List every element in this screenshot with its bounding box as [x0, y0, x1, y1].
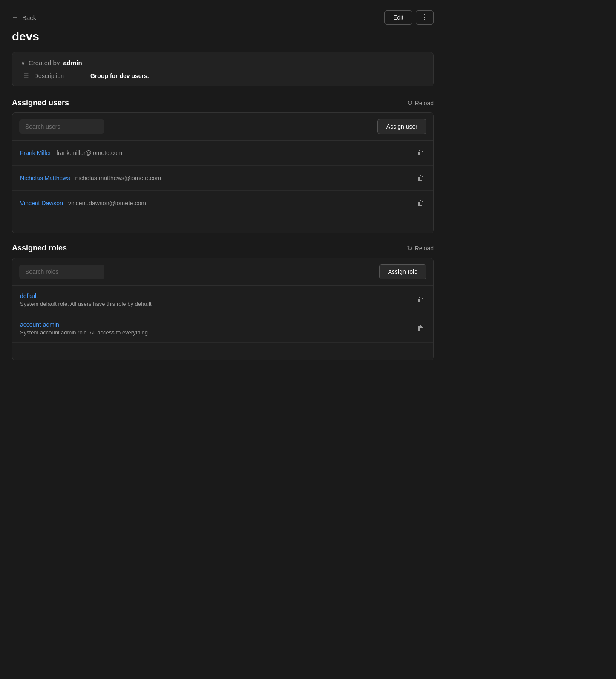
assigned-roles-title: Assigned roles — [12, 244, 67, 253]
chevron-down-icon: ∨ — [21, 60, 25, 66]
table-row: Nicholas Matthews nicholas.matthews@iome… — [12, 166, 433, 191]
role-description: System default role. All users have this… — [20, 301, 152, 307]
description-value: Group for dev users. — [90, 72, 149, 79]
header-actions: Edit ⋮ — [384, 10, 434, 25]
search-users-input[interactable] — [19, 119, 104, 134]
assigned-users-section: Assigned users ↻ Reload Assign user Fran… — [12, 98, 434, 233]
assign-user-button[interactable]: Assign user — [377, 119, 426, 134]
reload-icon: ↻ — [407, 99, 412, 107]
role-info: default System default role. All users h… — [20, 293, 152, 307]
description-icon: ☰ — [23, 72, 29, 79]
roles-reload-button[interactable]: ↻ Reload — [407, 244, 434, 252]
assigned-roles-section: Assigned roles ↻ Reload Assign role defa… — [12, 244, 434, 360]
back-arrow-icon: ← — [12, 14, 19, 21]
users-search-row: Assign user — [12, 113, 433, 141]
role-description: System account admin role. All access to… — [20, 329, 149, 336]
delete-user-button[interactable]: 🗑 — [415, 198, 426, 209]
info-card: ∨ Created by admin ☰ Description Group f… — [12, 52, 434, 86]
roles-card: Assign role default System default role.… — [12, 258, 434, 360]
users-reload-button[interactable]: ↻ Reload — [407, 99, 434, 107]
page-title: devs — [12, 30, 434, 43]
roles-search-row: Assign role — [12, 258, 433, 286]
delete-role-button[interactable]: 🗑 — [415, 323, 426, 334]
user-info: Nicholas Matthews nicholas.matthews@iome… — [20, 175, 161, 181]
assigned-users-header: Assigned users ↻ Reload — [12, 98, 434, 107]
search-roles-input[interactable] — [19, 265, 104, 279]
user-name: Nicholas Matthews — [20, 175, 70, 181]
assigned-roles-header: Assigned roles ↻ Reload — [12, 244, 434, 253]
delete-role-button[interactable]: 🗑 — [415, 294, 426, 305]
created-by-value: admin — [63, 59, 82, 66]
table-row: Vincent Dawson vincent.dawson@iomete.com… — [12, 191, 433, 216]
users-card: Assign user Frank Miller frank.miller@io… — [12, 112, 434, 233]
description-label: Description — [34, 72, 85, 79]
edit-button[interactable]: Edit — [384, 10, 412, 25]
more-button[interactable]: ⋮ — [416, 10, 434, 25]
assigned-users-title: Assigned users — [12, 98, 69, 107]
created-by-label: Created by — [29, 59, 60, 66]
back-button[interactable]: ← Back — [12, 14, 36, 21]
delete-user-button[interactable]: 🗑 — [415, 147, 426, 158]
empty-row — [12, 216, 433, 233]
role-name: default — [20, 293, 152, 299]
table-row: account-admin System account admin role.… — [12, 314, 433, 343]
roles-reload-label: Reload — [415, 245, 434, 252]
empty-row — [12, 343, 433, 360]
user-info: Frank Miller frank.miller@iomete.com — [20, 150, 122, 156]
page-header: ← Back Edit ⋮ — [12, 10, 434, 25]
user-name: Frank Miller — [20, 150, 51, 156]
users-reload-label: Reload — [415, 100, 434, 106]
delete-user-button[interactable]: 🗑 — [415, 173, 426, 184]
table-row: Frank Miller frank.miller@iomete.com 🗑 — [12, 141, 433, 166]
user-email: vincent.dawson@iomete.com — [68, 200, 146, 207]
user-email: nicholas.matthews@iomete.com — [75, 175, 161, 181]
assign-role-button[interactable]: Assign role — [379, 264, 426, 279]
description-row: ☰ Description Group for dev users. — [21, 72, 425, 79]
user-name: Vincent Dawson — [20, 200, 63, 207]
role-name: account-admin — [20, 321, 149, 328]
reload-icon: ↻ — [407, 244, 412, 252]
user-email: frank.miller@iomete.com — [56, 150, 122, 156]
info-card-header[interactable]: ∨ Created by admin — [21, 59, 425, 66]
role-info: account-admin System account admin role.… — [20, 321, 149, 336]
back-label: Back — [22, 14, 36, 21]
user-info: Vincent Dawson vincent.dawson@iomete.com — [20, 200, 146, 207]
table-row: default System default role. All users h… — [12, 286, 433, 314]
